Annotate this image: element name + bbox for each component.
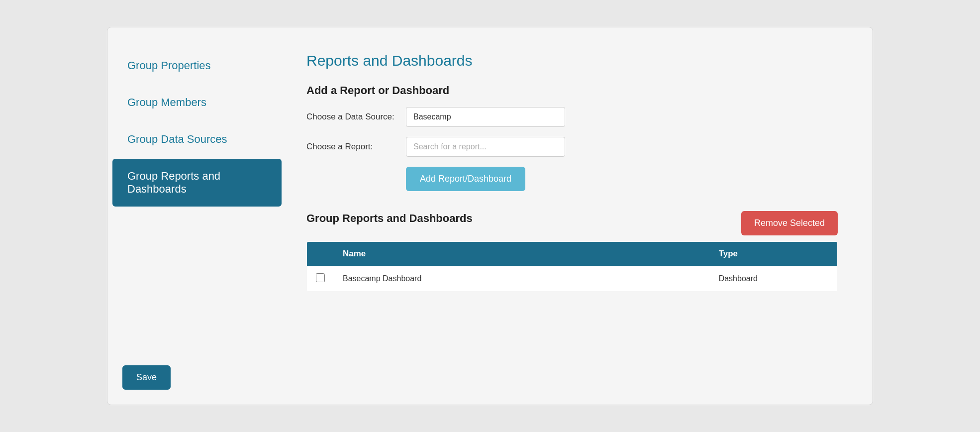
remove-selected-button[interactable]: Remove Selected	[741, 211, 838, 235]
sidebar: Group Properties Group Members Group Dat…	[107, 42, 287, 390]
group-reports-section: Group Reports and Dashboards Remove Sele…	[306, 211, 838, 292]
report-label: Choose a Report:	[306, 142, 406, 152]
add-report-dashboard-button[interactable]: Add Report/Dashboard	[406, 167, 525, 191]
row-checkbox-cell[interactable]	[307, 266, 334, 292]
table-header-type: Type	[710, 242, 838, 266]
reports-table: Name Type Basecamp Dashboard Dashboard	[306, 241, 838, 292]
group-reports-header: Group Reports and Dashboards Remove Sele…	[306, 211, 838, 235]
sidebar-item-group-properties[interactable]: Group Properties	[112, 48, 282, 83]
row-type: Dashboard	[710, 266, 838, 292]
main-container: Group Properties Group Members Group Dat…	[107, 27, 873, 405]
sidebar-item-group-reports-dashboards[interactable]: Group Reports and Dashboards	[112, 159, 282, 207]
report-search-input[interactable]	[406, 137, 565, 157]
add-section-title: Add a Report or Dashboard	[306, 84, 838, 97]
report-row: Choose a Report:	[306, 137, 838, 157]
datasource-label: Choose a Data Source:	[306, 112, 406, 122]
sidebar-item-group-data-sources[interactable]: Group Data Sources	[112, 122, 282, 157]
datasource-row: Choose a Data Source:	[306, 107, 838, 127]
table-header-row: Name Type	[307, 242, 838, 266]
datasource-input[interactable]	[406, 107, 565, 127]
save-button[interactable]: Save	[122, 365, 171, 390]
table-header-name: Name	[334, 242, 710, 266]
group-reports-title: Group Reports and Dashboards	[306, 212, 473, 225]
main-content: Reports and Dashboards Add a Report or D…	[287, 42, 858, 390]
row-checkbox[interactable]	[316, 273, 325, 282]
row-name: Basecamp Dashboard	[334, 266, 710, 292]
sidebar-item-group-members[interactable]: Group Members	[112, 85, 282, 120]
table-header-checkbox	[307, 242, 334, 266]
page-title: Reports and Dashboards	[306, 52, 838, 69]
table-row: Basecamp Dashboard Dashboard	[307, 266, 838, 292]
